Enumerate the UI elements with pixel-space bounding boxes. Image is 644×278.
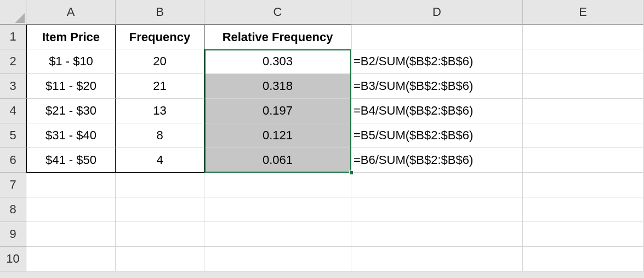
row-header-9[interactable]: 9: [0, 222, 26, 247]
spreadsheet-grid[interactable]: A B C D E 1 Item Price Frequency Relativ…: [0, 0, 643, 271]
select-all-corner[interactable]: [0, 0, 26, 25]
fill-handle[interactable]: [349, 171, 354, 175]
cell-B1[interactable]: Frequency: [116, 25, 204, 49]
cell-E9[interactable]: [523, 222, 643, 247]
cell-E5[interactable]: [523, 123, 643, 148]
row-header-3[interactable]: 3: [0, 74, 26, 99]
row-header-10[interactable]: 10: [0, 247, 26, 271]
col-header-C[interactable]: C: [204, 0, 351, 25]
cell-B5[interactable]: 8: [116, 123, 204, 148]
cell-D10[interactable]: [351, 247, 523, 271]
cell-D1[interactable]: [351, 25, 523, 49]
cell-E7[interactable]: [523, 173, 643, 197]
cell-A10[interactable]: [26, 247, 116, 271]
cell-C9[interactable]: [204, 222, 351, 247]
row-header-4[interactable]: 4: [0, 99, 26, 123]
cell-B4[interactable]: 13: [116, 99, 204, 123]
cell-A9[interactable]: [26, 222, 116, 247]
cell-C1[interactable]: Relative Frequency: [204, 25, 351, 49]
cell-A2[interactable]: $1 - $10: [26, 49, 116, 74]
row-header-6[interactable]: 6: [0, 148, 26, 173]
cell-B9[interactable]: [116, 222, 204, 247]
cell-D4[interactable]: =B4/SUM($B$2:$B$6): [351, 99, 523, 123]
cell-B8[interactable]: [116, 197, 204, 222]
col-header-D[interactable]: D: [351, 0, 523, 25]
col-header-A[interactable]: A: [26, 0, 116, 25]
cell-C4[interactable]: 0.197: [204, 99, 351, 123]
row-header-7[interactable]: 7: [0, 173, 26, 197]
cell-A8[interactable]: [26, 197, 116, 222]
cell-E10[interactable]: [523, 247, 643, 271]
cell-C5[interactable]: 0.121: [204, 123, 351, 148]
cell-B6[interactable]: 4: [116, 148, 204, 173]
col-header-E[interactable]: E: [523, 0, 643, 25]
col-header-B[interactable]: B: [116, 0, 204, 25]
cell-A1[interactable]: Item Price: [26, 25, 116, 49]
cell-A4[interactable]: $21 - $30: [26, 99, 116, 123]
cell-B7[interactable]: [116, 173, 204, 197]
cell-C8[interactable]: [204, 197, 351, 222]
cell-A6[interactable]: $41 - $50: [26, 148, 116, 173]
cell-D3[interactable]: =B3/SUM($B$2:$B$6): [351, 74, 523, 99]
cell-E4[interactable]: [523, 99, 643, 123]
cell-E1[interactable]: [523, 25, 643, 49]
svg-marker-0: [15, 13, 25, 23]
cell-B3[interactable]: 21: [116, 74, 204, 99]
cell-D6[interactable]: =B6/SUM($B$2:$B$6): [351, 148, 523, 173]
row-header-8[interactable]: 8: [0, 197, 26, 222]
cell-C3[interactable]: 0.318: [204, 74, 351, 99]
row-header-1[interactable]: 1: [0, 25, 26, 49]
cell-C10[interactable]: [204, 247, 351, 271]
cell-D9[interactable]: [351, 222, 523, 247]
cell-B10[interactable]: [116, 247, 204, 271]
cell-D2[interactable]: =B2/SUM($B$2:$B$6): [351, 49, 523, 74]
cell-E8[interactable]: [523, 197, 643, 222]
cell-C6[interactable]: 0.061: [204, 148, 351, 173]
cell-A3[interactable]: $11 - $20: [26, 74, 116, 99]
cell-B2[interactable]: 20: [116, 49, 204, 74]
cell-D8[interactable]: [351, 197, 523, 222]
row-header-5[interactable]: 5: [0, 123, 26, 148]
row-header-2[interactable]: 2: [0, 49, 26, 74]
cell-C2[interactable]: 0.303: [204, 49, 351, 74]
cell-E3[interactable]: [523, 74, 643, 99]
cell-C7[interactable]: [204, 173, 351, 197]
cell-E6[interactable]: [523, 148, 643, 173]
cell-D5[interactable]: =B5/SUM($B$2:$B$6): [351, 123, 523, 148]
cell-D7[interactable]: [351, 173, 523, 197]
cell-E2[interactable]: [523, 49, 643, 74]
cell-A7[interactable]: [26, 173, 116, 197]
cell-A5[interactable]: $31 - $40: [26, 123, 116, 148]
